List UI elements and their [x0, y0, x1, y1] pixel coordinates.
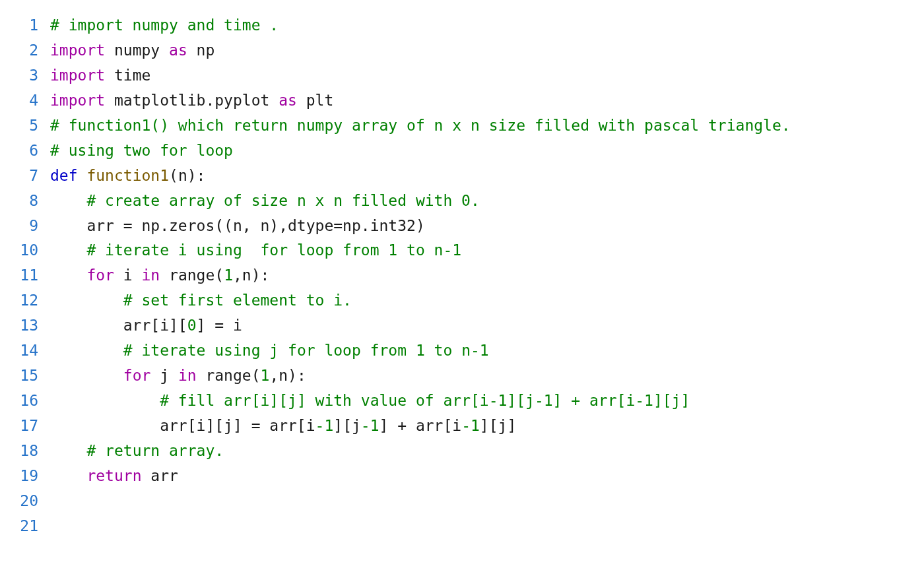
token-comment: # fill arr[i][j] with value of arr[i-1][… — [160, 392, 690, 409]
token-default: arr[i][j] = arr[i — [50, 417, 315, 434]
line-number: 13 — [13, 313, 50, 338]
token-default — [50, 392, 160, 409]
code-line: 12 # set first element to i. — [13, 288, 911, 313]
line-number: 3 — [13, 63, 50, 88]
code-content: # create array of size n x n filled with… — [50, 189, 911, 214]
code-line: 5# function1() which return numpy array … — [13, 113, 911, 139]
token-comment: # set first element to i. — [123, 292, 352, 309]
line-number: 1 — [13, 13, 50, 38]
code-line: 6# using two for loop — [13, 139, 911, 164]
line-number: 14 — [13, 338, 50, 364]
code-content: import matplotlib.pyplot as plt — [50, 88, 911, 113]
token-funcname: function1 — [86, 167, 169, 184]
token-def: def — [50, 167, 78, 184]
token-number: 0 — [187, 317, 197, 334]
line-number: 4 — [13, 88, 50, 113]
code-line: 1# import numpy and time . — [13, 13, 911, 38]
token-default — [50, 442, 86, 459]
token-comment: # import numpy and time . — [50, 16, 279, 34]
token-default — [50, 267, 86, 284]
line-number: 17 — [13, 414, 50, 439]
token-default: arr[i][ — [50, 317, 187, 334]
code-content: return arr — [50, 464, 911, 489]
code-line: 13 arr[i][0] = i — [13, 313, 911, 338]
code-content: # return array. — [50, 439, 911, 464]
token-number: -1 — [461, 417, 480, 434]
token-number: 1 — [224, 267, 233, 284]
token-keyword: as — [169, 42, 187, 59]
code-line: 17 arr[i][j] = arr[i-1][j-1] + arr[i-1][… — [13, 414, 911, 439]
token-default: ,n): — [233, 267, 269, 284]
line-number: 9 — [13, 214, 50, 239]
line-number: 2 — [13, 38, 50, 63]
token-comment: # using two for loop — [50, 142, 233, 159]
token-default — [50, 192, 86, 209]
token-default: i — [114, 267, 142, 284]
code-line: 4import matplotlib.pyplot as plt — [13, 88, 911, 113]
code-line: 19 return arr — [13, 464, 911, 489]
code-content: import numpy as np — [50, 38, 911, 63]
code-content: # import numpy and time . — [50, 13, 911, 38]
code-line: 14 # iterate using j for loop from 1 to … — [13, 338, 911, 364]
token-default — [50, 467, 86, 484]
line-number: 8 — [13, 189, 50, 214]
token-default: ,n): — [269, 367, 306, 384]
token-default: np — [187, 42, 215, 59]
token-default — [50, 292, 123, 309]
code-content — [50, 489, 911, 514]
code-line: 2import numpy as np — [13, 38, 911, 63]
token-default: arr — [141, 467, 178, 484]
line-number: 15 — [13, 364, 50, 389]
token-default: range( — [197, 367, 261, 384]
token-default: arr = np.zeros((n, n),dtype=np.int32) — [50, 217, 425, 234]
token-default: plt — [297, 92, 333, 109]
token-default — [50, 367, 123, 384]
token-comment: # iterate using j for loop from 1 to n-1 — [123, 342, 489, 359]
code-content: arr[i][j] = arr[i-1][j-1] + arr[i-1][j] — [50, 414, 911, 439]
code-content: def function1(n): — [50, 164, 911, 189]
line-number: 11 — [13, 263, 50, 288]
token-default: ] + arr[i — [380, 417, 462, 434]
token-keyword: for — [123, 367, 151, 384]
token-default: ][j] — [480, 417, 516, 434]
code-line: 8 # create array of size n x n filled wi… — [13, 189, 911, 214]
code-content: # set first element to i. — [50, 288, 911, 313]
token-number: -1 — [361, 417, 380, 434]
code-line: 15 for j in range(1,n): — [13, 364, 911, 389]
code-content: arr = np.zeros((n, n),dtype=np.int32) — [50, 214, 911, 239]
code-line: 7def function1(n): — [13, 164, 911, 189]
code-line: 9 arr = np.zeros((n, n),dtype=np.int32) — [13, 214, 911, 239]
code-line: 11 for i in range(1,n): — [13, 263, 911, 288]
line-number: 18 — [13, 439, 50, 464]
token-default: range( — [160, 267, 224, 284]
token-keyword: import — [50, 42, 105, 59]
line-number: 16 — [13, 389, 50, 414]
code-content: # using two for loop — [50, 139, 911, 164]
line-number: 10 — [13, 238, 50, 263]
code-line: 16 # fill arr[i][j] with value of arr[i-… — [13, 389, 911, 414]
token-comment: # function1() which return numpy array o… — [50, 117, 791, 134]
token-default — [50, 241, 86, 259]
line-number: 21 — [13, 514, 50, 539]
code-line: 10 # iterate i using for loop from 1 to … — [13, 238, 911, 263]
token-number: -1 — [315, 417, 334, 434]
token-default: numpy — [105, 42, 169, 59]
code-content — [50, 514, 911, 539]
token-number: 1 — [261, 367, 270, 384]
token-comment: # return array. — [86, 442, 224, 459]
code-content: # function1() which return numpy array o… — [50, 113, 911, 139]
token-keyword: in — [178, 367, 197, 384]
code-content: for i in range(1,n): — [50, 263, 911, 288]
token-keyword: import — [50, 67, 105, 84]
token-keyword: in — [141, 267, 160, 284]
token-default: (n): — [169, 167, 205, 184]
code-content: # fill arr[i][j] with value of arr[i-1][… — [50, 389, 911, 414]
code-line: 20 — [13, 489, 911, 514]
code-content: # iterate i using for loop from 1 to n-1 — [50, 238, 911, 263]
code-block: 1# import numpy and time .2import numpy … — [0, 0, 924, 552]
code-content: arr[i][0] = i — [50, 313, 911, 338]
token-default — [50, 342, 123, 359]
token-keyword: import — [50, 92, 105, 109]
token-keyword: return — [86, 467, 141, 484]
line-number: 6 — [13, 139, 50, 164]
